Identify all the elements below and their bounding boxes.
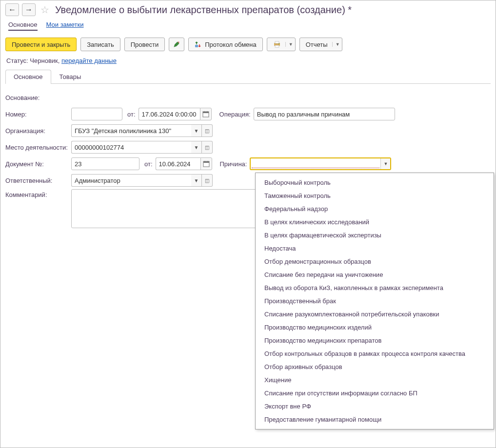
status-value: Черновик, xyxy=(30,57,60,64)
place-input[interactable]: 00000000102774 ▼ ◫ xyxy=(71,141,213,154)
org-input[interactable]: ГБУЗ "Детская поликлиника 130" ▼ ◫ xyxy=(71,124,213,137)
reason-input[interactable]: ▼ xyxy=(250,157,391,170)
reports-label: Отчеты xyxy=(306,41,328,48)
calendar-icon xyxy=(203,160,210,167)
arrow-left-icon: ← xyxy=(8,5,16,14)
printer-icon xyxy=(273,40,281,48)
header-row: ← → ☆ Уведомление о выбытии лекарственны… xyxy=(5,3,491,16)
chevron-down-icon: ▼ xyxy=(383,161,388,166)
reason-option[interactable]: В целях клинических исследований xyxy=(256,215,494,229)
responsible-open-button[interactable]: ◫ xyxy=(202,174,213,187)
svg-rect-11 xyxy=(203,161,209,163)
toolbar: Провести и закрыть Записать Провести Про… xyxy=(5,38,491,51)
datetime-input[interactable]: 17.06.2024 0:00:00 xyxy=(139,108,212,120)
status-link[interactable]: передайте данные xyxy=(61,57,117,64)
arrow-right-icon: → xyxy=(25,5,33,14)
responsible-input[interactable]: Администратор ▼ ◫ xyxy=(71,174,213,187)
number-label: Номер: xyxy=(5,111,71,118)
protocol-button[interactable]: Протокол обмена xyxy=(188,38,263,51)
reason-label: Причина: xyxy=(220,160,247,168)
nav-forward-button[interactable]: → xyxy=(22,3,36,16)
reason-option[interactable]: Вывод из оборота КиЗ, накопленных в рамк… xyxy=(256,281,494,294)
reason-dropdown-button[interactable]: ▼ xyxy=(380,158,390,169)
status-label: Статус: xyxy=(6,57,28,64)
svg-rect-1 xyxy=(195,45,198,47)
reason-option[interactable]: Списание разукомплектованной потребитель… xyxy=(256,308,494,321)
top-tab-main[interactable]: Основное xyxy=(8,21,38,31)
top-tabs: Основное Мои заметки xyxy=(8,21,491,31)
place-label: Место деятельности: xyxy=(5,144,71,151)
reason-option[interactable]: В целях фармацевтической экспертизы xyxy=(256,229,494,242)
svg-rect-7 xyxy=(203,112,209,113)
reason-option[interactable]: Таможенный контроль xyxy=(256,189,494,202)
print-button[interactable]: ▼ xyxy=(267,38,296,51)
reason-option[interactable]: Производство медицинских изделий xyxy=(256,321,494,334)
svg-rect-3 xyxy=(275,41,279,43)
favorite-star-icon[interactable]: ☆ xyxy=(40,4,50,15)
org-value[interactable]: ГБУЗ "Детская поликлиника 130" xyxy=(71,124,191,137)
reason-option[interactable]: Отбор архивных образцов xyxy=(256,360,494,373)
reason-option[interactable]: Производство медицинских препаратов xyxy=(256,334,494,347)
chevron-down-icon: ▼ xyxy=(194,178,199,183)
place-dropdown-button[interactable]: ▼ xyxy=(191,141,202,154)
nav-back-button[interactable]: ← xyxy=(5,3,19,16)
form-tab-main[interactable]: Основное xyxy=(5,70,51,84)
reason-option[interactable]: Хищение xyxy=(256,373,494,387)
place-open-button[interactable]: ◫ xyxy=(202,141,213,154)
top-tab-notes[interactable]: Мои заметки xyxy=(46,21,84,31)
comment-label: Комментарий: xyxy=(5,189,71,198)
calendar-icon xyxy=(202,111,209,117)
form-tab-goods[interactable]: Товары xyxy=(51,70,90,84)
svg-point-0 xyxy=(179,41,179,42)
docdate-calendar-button[interactable] xyxy=(200,157,212,170)
docnum-input[interactable] xyxy=(71,157,139,170)
reason-option[interactable]: Списание при отсутствии информации согла… xyxy=(256,387,494,400)
post-button[interactable]: Провести xyxy=(124,38,165,51)
responsible-dropdown-button[interactable]: ▼ xyxy=(191,174,202,187)
reason-option[interactable]: Выборочный контроль xyxy=(256,176,494,189)
operation-label: Операция: xyxy=(219,111,251,118)
svg-rect-4 xyxy=(275,45,279,47)
reports-button[interactable]: Отчеты ▼ xyxy=(299,38,342,51)
org-open-button[interactable]: ◫ xyxy=(202,124,213,137)
reason-option[interactable]: Отбор контрольных образцов в рамках проц… xyxy=(256,347,494,360)
operation-input[interactable] xyxy=(254,108,395,120)
write-button[interactable]: Записать xyxy=(80,38,120,51)
docdate-value[interactable]: 10.06.2024 xyxy=(156,157,200,170)
protocol-label: Протокол обмена xyxy=(205,41,257,48)
docfrom-label: от: xyxy=(144,160,153,168)
reason-option[interactable]: Производственный брак xyxy=(256,294,494,308)
calendar-button[interactable] xyxy=(200,108,212,120)
form-tabs: Основное Товары xyxy=(5,69,491,84)
from-label: от: xyxy=(127,111,136,118)
chevron-down-icon: ▼ xyxy=(332,42,340,47)
reason-option[interactable]: Недостача xyxy=(256,242,494,255)
reason-dropdown-list: Выборочный контрольТаможенный контрольФе… xyxy=(255,173,494,429)
number-input[interactable] xyxy=(71,108,122,120)
place-value[interactable]: 00000000102774 xyxy=(71,141,191,154)
datetime-value[interactable]: 17.06.2024 0:00:00 xyxy=(139,108,200,120)
post-and-close-button[interactable]: Провести и закрыть xyxy=(5,38,77,51)
status-row: Статус: Черновик, передайте данные xyxy=(6,57,491,64)
svg-point-5 xyxy=(278,43,279,44)
chevron-down-icon: ▼ xyxy=(194,128,199,134)
reason-option[interactable]: Предоставление гуманитарной помощи xyxy=(256,413,494,426)
reason-value[interactable] xyxy=(252,159,379,168)
exchange-icon xyxy=(195,40,202,48)
org-dropdown-button[interactable]: ▼ xyxy=(191,124,202,137)
open-icon: ◫ xyxy=(205,128,209,134)
reason-option[interactable]: Экспорт вне РФ xyxy=(256,400,494,413)
reason-option[interactable]: Отбор демонстрационных образцов xyxy=(256,255,494,268)
docnum-label: Документ №: xyxy=(5,160,71,168)
reason-option[interactable]: Списание без передачи на уничтожение xyxy=(256,268,494,281)
responsible-label: Ответственный: xyxy=(5,177,71,184)
chevron-down-icon: ▼ xyxy=(194,145,199,150)
responsible-value[interactable]: Администратор xyxy=(71,174,191,187)
sign-button[interactable] xyxy=(169,38,184,51)
reason-option[interactable]: Федеральный надзор xyxy=(256,202,494,215)
basis-label: Основание: xyxy=(5,94,71,101)
org-label: Организация: xyxy=(5,127,71,135)
page-title: Уведомление о выбытии лекарственных преп… xyxy=(55,4,352,16)
docdate-input[interactable]: 10.06.2024 xyxy=(156,157,212,170)
open-icon: ◫ xyxy=(205,145,209,150)
